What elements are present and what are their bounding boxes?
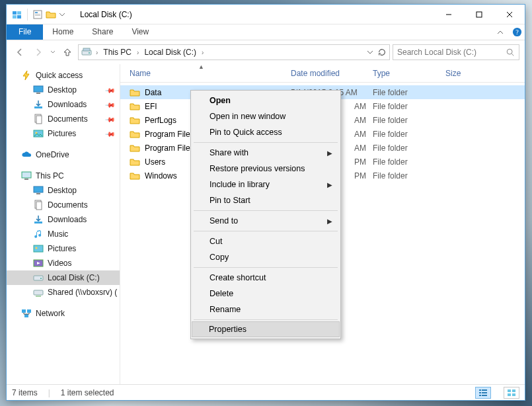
sidebar-thispc[interactable]: This PC bbox=[7, 169, 120, 183]
col-size[interactable]: Size bbox=[445, 69, 485, 78]
view-icons-button[interactable] bbox=[504, 387, 519, 399]
ctx-pin-start[interactable]: Pin to Start bbox=[192, 192, 339, 208]
address-dropdown-icon[interactable] bbox=[365, 44, 375, 60]
close-button[interactable] bbox=[494, 5, 525, 24]
ctx-pin-quick-access[interactable]: Pin to Quick access bbox=[192, 124, 339, 140]
ctx-properties[interactable]: Properties bbox=[192, 321, 340, 337]
sidebar-network[interactable]: Network bbox=[7, 306, 120, 321]
documents-icon bbox=[33, 200, 44, 210]
svg-rect-43 bbox=[482, 395, 487, 396]
ctx-open[interactable]: Open bbox=[192, 93, 339, 108]
maximize-button[interactable] bbox=[464, 5, 494, 24]
folder-icon bbox=[130, 101, 140, 112]
sidebar-pc-music[interactable]: Music bbox=[7, 227, 120, 241]
column-headers[interactable]: ▲ Name Date modified Type Size bbox=[120, 64, 525, 83]
nav-row: › This PC › Local Disk (C:) › Search Loc… bbox=[7, 40, 525, 64]
svg-rect-36 bbox=[27, 309, 31, 313]
downloads-icon bbox=[33, 99, 44, 110]
sidebar-pc-downloads[interactable]: Downloads bbox=[7, 212, 120, 227]
search-box[interactable]: Search Local Disk (C:) bbox=[393, 44, 519, 60]
submenu-arrow-icon: ▶ bbox=[327, 218, 332, 225]
search-icon bbox=[506, 48, 515, 57]
ctx-share-with[interactable]: Share with▶ bbox=[192, 145, 339, 161]
sidebar-pc-localdisk[interactable]: Local Disk (C:) bbox=[7, 270, 120, 285]
sidebar-pc-shared[interactable]: Shared (\\vboxsrv) ( bbox=[7, 285, 120, 300]
window-title: Local Disk (C:) bbox=[80, 10, 132, 19]
properties-qat-icon[interactable] bbox=[32, 9, 43, 20]
ctx-include-library[interactable]: Include in library▶ bbox=[192, 177, 339, 192]
sidebar-quick-access[interactable]: Quick access bbox=[7, 68, 120, 83]
pin-icon: 📌 bbox=[105, 128, 116, 139]
folder-icon bbox=[130, 143, 140, 153]
onedrive-icon bbox=[21, 149, 32, 160]
up-button[interactable] bbox=[59, 44, 75, 60]
folder-icon bbox=[130, 115, 140, 126]
back-button[interactable] bbox=[12, 44, 28, 60]
downloads-icon bbox=[33, 214, 44, 225]
svg-text:?: ? bbox=[515, 28, 519, 36]
svg-rect-15 bbox=[34, 86, 43, 92]
svg-rect-16 bbox=[36, 93, 40, 94]
svg-rect-1 bbox=[17, 11, 21, 15]
crumb-location[interactable]: Local Disk (C:) bbox=[143, 48, 198, 57]
forward-button[interactable] bbox=[30, 44, 46, 60]
col-type[interactable]: Type bbox=[373, 69, 445, 78]
svg-rect-41 bbox=[482, 392, 487, 393]
tab-share[interactable]: Share bbox=[83, 24, 122, 40]
view-details-button[interactable] bbox=[475, 387, 491, 399]
tab-view[interactable]: View bbox=[122, 24, 158, 40]
desktop-icon bbox=[33, 185, 44, 196]
svg-rect-34 bbox=[34, 290, 43, 295]
sidebar-pc-videos[interactable]: Videos bbox=[7, 256, 120, 270]
sidebar-qa-documents[interactable]: Documents📌 bbox=[7, 112, 120, 126]
recent-dropdown-icon[interactable] bbox=[49, 44, 57, 60]
minimize-button[interactable] bbox=[434, 5, 464, 24]
ctx-cut[interactable]: Cut bbox=[192, 233, 339, 249]
refresh-icon[interactable] bbox=[377, 48, 387, 57]
help-icon[interactable]: ? bbox=[509, 24, 525, 40]
qat-dropdown-icon[interactable] bbox=[59, 9, 65, 20]
sidebar-pc-pictures[interactable]: Pictures bbox=[7, 241, 120, 256]
ctx-delete[interactable]: Delete bbox=[192, 286, 339, 302]
sidebar-qa-downloads[interactable]: Downloads📌 bbox=[7, 97, 120, 112]
pictures-icon bbox=[33, 243, 44, 254]
sidebar-pc-desktop[interactable]: Desktop bbox=[7, 183, 120, 198]
ribbon-collapse-icon[interactable] bbox=[492, 24, 509, 40]
tab-file[interactable]: File bbox=[7, 24, 43, 40]
col-date[interactable]: Date modified bbox=[291, 69, 373, 78]
crumb-thispc[interactable]: This PC bbox=[102, 48, 133, 57]
explorer-icon bbox=[12, 9, 22, 20]
network-icon bbox=[21, 308, 32, 319]
svg-rect-7 bbox=[35, 15, 40, 16]
sort-indicator-icon: ▲ bbox=[198, 63, 204, 70]
ctx-create-shortcut[interactable]: Create shortcut bbox=[192, 270, 339, 286]
svg-point-14 bbox=[507, 49, 512, 54]
new-folder-qat-icon[interactable] bbox=[46, 9, 56, 20]
ctx-copy[interactable]: Copy bbox=[192, 249, 339, 265]
ctx-restore-versions[interactable]: Restore previous versions bbox=[192, 161, 339, 177]
pictures-icon bbox=[33, 128, 44, 139]
sidebar-qa-desktop[interactable]: Desktop📌 bbox=[7, 83, 120, 97]
tab-home[interactable]: Home bbox=[43, 24, 83, 40]
address-bar[interactable]: › This PC › Local Disk (C:) › bbox=[78, 44, 390, 60]
ctx-open-new-window[interactable]: Open in new window bbox=[192, 108, 339, 124]
sidebar-qa-pictures[interactable]: Pictures📌 bbox=[7, 126, 120, 141]
ribbon: File Home Share View ? bbox=[7, 24, 525, 40]
submenu-arrow-icon: ▶ bbox=[327, 181, 332, 188]
folder-icon bbox=[130, 87, 140, 98]
svg-rect-44 bbox=[508, 389, 511, 392]
col-name[interactable]: Name bbox=[130, 69, 291, 78]
ctx-send-to[interactable]: Send to▶ bbox=[192, 213, 339, 229]
svg-rect-25 bbox=[36, 193, 40, 194]
pin-icon: 📌 bbox=[105, 99, 116, 110]
status-selected: 1 item selected bbox=[61, 388, 114, 397]
nav-pane: Quick access Desktop📌 Downloads📌 Documen… bbox=[7, 64, 120, 384]
sidebar-onedrive[interactable]: OneDrive bbox=[7, 147, 120, 162]
svg-point-33 bbox=[40, 278, 42, 279]
sidebar-pc-documents[interactable]: Documents bbox=[7, 198, 120, 212]
svg-rect-42 bbox=[479, 395, 481, 396]
svg-rect-28 bbox=[34, 222, 42, 223]
ctx-rename[interactable]: Rename bbox=[192, 302, 339, 317]
svg-rect-12 bbox=[83, 48, 90, 51]
drive-icon bbox=[81, 47, 92, 58]
